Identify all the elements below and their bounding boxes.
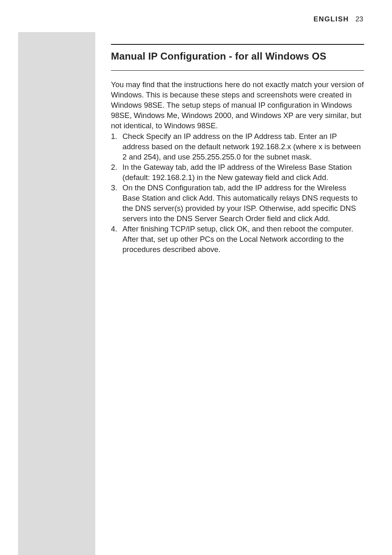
sidebar-margin — [18, 32, 95, 555]
step-number: 1. — [111, 132, 122, 162]
intro-paragraph: You may find that the instructions here … — [111, 80, 364, 131]
step-text: In the Gateway tab, add the IP address o… — [122, 162, 364, 183]
step-item: 1. Check Specify an IP address on the IP… — [111, 132, 364, 162]
rule-thin — [111, 70, 364, 71]
step-text: After finishing TCP/IP setup, click OK, … — [122, 224, 364, 255]
rule-heavy — [111, 44, 364, 45]
step-text: Check Specify an IP address on the IP Ad… — [122, 132, 364, 162]
step-text: On the DNS Configuration tab, add the IP… — [122, 183, 364, 224]
section-title: Manual IP Configuration - for all Window… — [111, 51, 364, 62]
page-content: Manual IP Configuration - for all Window… — [111, 44, 364, 254]
step-item: 4. After finishing TCP/IP setup, click O… — [111, 224, 364, 255]
steps-list: 1. Check Specify an IP address on the IP… — [111, 132, 364, 255]
step-item: 3. On the DNS Configuration tab, add the… — [111, 183, 364, 224]
step-number: 2. — [111, 162, 122, 183]
step-number: 3. — [111, 183, 122, 224]
page-number: 23 — [355, 15, 363, 23]
step-item: 2. In the Gateway tab, add the IP addres… — [111, 162, 364, 183]
step-number: 4. — [111, 224, 122, 255]
header-language: ENGLISH — [314, 15, 349, 23]
